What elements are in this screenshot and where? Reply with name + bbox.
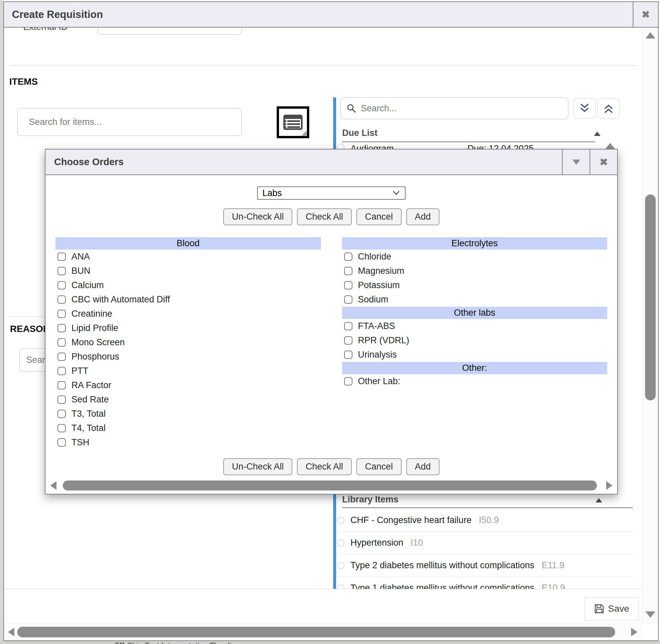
checkbox-icon[interactable]: [57, 267, 66, 275]
expand-all-button[interactable]: [597, 98, 619, 119]
horizontal-scroll-thumb[interactable]: [17, 627, 615, 637]
radio-icon[interactable]: [337, 517, 345, 524]
un-check-all-button[interactable]: Un-Check All: [223, 458, 292, 475]
library-item-row[interactable]: Type 1 diabetes mellitus without complic…: [337, 577, 633, 589]
horizontal-scrollbar[interactable]: [4, 623, 642, 640]
order-checkbox-row[interactable]: RA Factor: [55, 378, 321, 392]
radio-icon[interactable]: [337, 539, 345, 547]
chevron-down-icon: [392, 190, 400, 196]
check-all-button[interactable]: Check All: [297, 208, 352, 225]
library-item-row[interactable]: Type 2 diabetes mellitus without complic…: [337, 554, 633, 577]
order-label: Sed Rate: [71, 394, 109, 405]
checkbox-icon[interactable]: [57, 324, 66, 332]
vertical-scroll-thumb[interactable]: [645, 194, 656, 400]
order-checkbox-row[interactable]: Creatinine: [55, 307, 321, 321]
category-select[interactable]: Labs: [257, 186, 405, 200]
choose-orders-button[interactable]: [277, 106, 309, 138]
checkbox-icon[interactable]: [57, 352, 66, 361]
library-collapse-icon[interactable]: [595, 498, 602, 502]
due-item-name: Audiogram: [350, 143, 467, 149]
radio-icon[interactable]: [337, 562, 345, 569]
checkbox-icon[interactable]: [57, 295, 66, 304]
order-checkbox-row[interactable]: Phosphorus: [55, 350, 321, 364]
checkbox-icon[interactable]: [57, 395, 66, 404]
scroll-left-icon[interactable]: [8, 628, 14, 636]
dialog-close-button[interactable]: ✖: [633, 2, 658, 27]
library-item-row[interactable]: HypertensionI10: [337, 532, 633, 554]
collapse-all-button[interactable]: [574, 98, 595, 119]
order-checkbox-row[interactable]: BUN: [55, 264, 321, 278]
checkbox-icon[interactable]: [344, 295, 352, 304]
library-item-name: Hypertension: [350, 538, 403, 548]
right-panel-search-input[interactable]: [361, 104, 547, 114]
right-panel-search[interactable]: [340, 97, 568, 119]
scroll-up-icon[interactable]: [645, 32, 655, 39]
library-item-code: I50.9: [479, 515, 499, 525]
checkbox-icon[interactable]: [57, 381, 66, 389]
checkbox-icon[interactable]: [344, 377, 352, 386]
vertical-scrollbar[interactable]: [642, 28, 658, 623]
cancel-button[interactable]: Cancel: [356, 208, 402, 225]
order-checkbox-row[interactable]: Magnesium: [342, 264, 608, 278]
checkbox-icon[interactable]: [57, 424, 66, 432]
order-checkbox-row[interactable]: T4, Total: [55, 421, 321, 435]
order-checkbox-row[interactable]: CBC with Automated Diff: [55, 293, 321, 307]
order-checkbox-row[interactable]: Potassium: [342, 278, 608, 293]
add-button[interactable]: Add: [406, 458, 440, 475]
order-checkbox-row[interactable]: T3, Total: [55, 407, 321, 421]
checkbox-icon[interactable]: [344, 281, 352, 290]
modal-minimize-button[interactable]: [562, 150, 590, 175]
checkbox-icon[interactable]: [344, 253, 352, 261]
order-checkbox-row[interactable]: ANA: [55, 250, 321, 264]
action-button-row-bottom: Un-Check AllCheck AllCancelAdd: [46, 458, 617, 475]
order-checkbox-row[interactable]: Calcium: [55, 278, 321, 293]
modal-horizontal-scrollbar[interactable]: [47, 479, 615, 492]
scroll-right-icon[interactable]: [631, 628, 637, 636]
items-search-input[interactable]: [17, 108, 242, 136]
order-checkbox-row[interactable]: Urinalysis: [342, 348, 608, 362]
order-checkbox-row[interactable]: Sed Rate: [55, 392, 321, 407]
modal-scroll-thumb[interactable]: [63, 481, 597, 490]
checkbox-icon[interactable]: [57, 253, 66, 261]
un-check-all-button[interactable]: Un-Check All: [223, 208, 292, 225]
action-button-row-top: Un-Check AllCheck AllCancelAdd: [46, 208, 617, 225]
due-list-scroll-up-icon[interactable]: [605, 143, 615, 149]
add-button[interactable]: Add: [406, 208, 440, 225]
reasons-search-input[interactable]: [19, 348, 46, 371]
radio-icon[interactable]: [337, 143, 345, 149]
scroll-right-icon[interactable]: [606, 481, 613, 490]
library-item-row[interactable]: CHF - Congestive heart failureI50.9: [337, 509, 633, 532]
order-checkbox-row[interactable]: Lipid Profile: [55, 321, 321, 335]
check-all-button[interactable]: Check All: [297, 458, 352, 475]
checkbox-icon[interactable]: [57, 310, 66, 318]
checkbox-icon[interactable]: [344, 336, 352, 345]
order-checkbox-row[interactable]: PTT: [55, 364, 321, 378]
modal-close-button[interactable]: ✖: [590, 150, 617, 175]
due-list-item-partial[interactable]: Audiogram Due: 12.04.2025: [337, 143, 590, 149]
checkbox-icon[interactable]: [57, 410, 66, 418]
cancel-button[interactable]: Cancel: [356, 458, 402, 475]
checkbox-icon[interactable]: [344, 322, 352, 330]
checkbox-icon[interactable]: [57, 367, 66, 375]
scroll-down-icon[interactable]: [645, 612, 655, 618]
order-checkbox-row[interactable]: Sodium: [342, 293, 608, 307]
order-checkbox-row[interactable]: Mono Screen: [55, 335, 321, 350]
save-button[interactable]: Save: [585, 597, 639, 620]
order-label: Phosphorus: [71, 351, 119, 362]
checkbox-icon[interactable]: [344, 267, 352, 275]
order-label: Urinalysis: [358, 350, 397, 360]
order-checkbox-row[interactable]: Chloride: [342, 250, 608, 264]
checkbox-icon[interactable]: [344, 350, 352, 359]
order-checkbox-row[interactable]: RPR (VDRL): [342, 333, 608, 348]
scroll-left-icon[interactable]: [50, 481, 56, 490]
due-list-collapse-icon[interactable]: [594, 132, 600, 136]
order-checkbox-row[interactable]: Other Lab:: [342, 374, 608, 388]
radio-icon[interactable]: [337, 584, 345, 589]
checkbox-icon[interactable]: [57, 338, 66, 347]
category-select-value: Labs: [262, 188, 282, 199]
order-checkbox-row[interactable]: FTA-ABS: [342, 319, 608, 333]
checkbox-icon[interactable]: [57, 438, 66, 446]
order-checkbox-row[interactable]: TSH: [55, 435, 321, 450]
background-left-sliver: [0, 0, 3, 644]
checkbox-icon[interactable]: [57, 281, 66, 290]
